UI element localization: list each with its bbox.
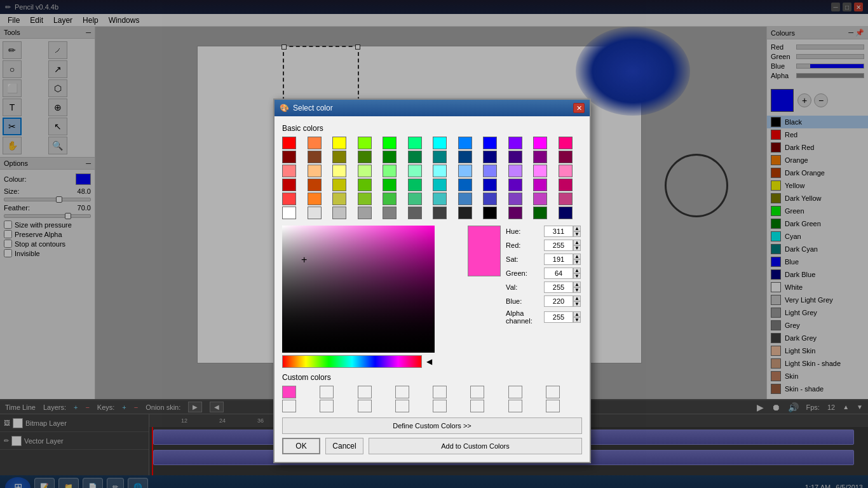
basic-color-48[interactable]	[282, 193, 296, 205]
color-gradient[interactable]: +	[282, 226, 435, 353]
basic-color-45[interactable]	[508, 179, 522, 191]
basic-color-20[interactable]	[483, 151, 497, 163]
basic-color-60[interactable]	[282, 207, 296, 219]
alpha-spin-up[interactable]: ▲	[573, 311, 581, 317]
basic-color-22[interactable]	[533, 151, 547, 163]
custom-color-14[interactable]	[508, 400, 522, 412]
basic-color-69[interactable]	[508, 207, 522, 219]
custom-color-9[interactable]	[320, 400, 334, 412]
basic-color-24[interactable]	[282, 165, 296, 177]
basic-color-29[interactable]	[408, 165, 422, 177]
define-custom-colors-button[interactable]: Define Custom Colors >>	[282, 417, 582, 434]
basic-color-39[interactable]	[358, 179, 372, 191]
basic-color-61[interactable]	[308, 207, 322, 219]
custom-color-15[interactable]	[546, 400, 560, 412]
basic-color-6[interactable]	[433, 137, 447, 149]
custom-color-7[interactable]	[546, 386, 560, 398]
red-spin-up[interactable]: ▲	[573, 240, 581, 245]
basic-color-33[interactable]	[508, 165, 522, 177]
red-spin-down[interactable]: ▼	[573, 245, 581, 251]
basic-color-21[interactable]	[508, 151, 522, 163]
basic-color-32[interactable]	[483, 165, 497, 177]
dialog-close-button[interactable]: ✕	[573, 103, 585, 113]
basic-color-15[interactable]	[358, 151, 372, 163]
basic-color-57[interactable]	[508, 193, 522, 205]
basic-color-62[interactable]	[332, 207, 346, 219]
basic-color-7[interactable]	[458, 137, 472, 149]
basic-color-30[interactable]	[433, 165, 447, 177]
basic-color-0[interactable]	[282, 137, 296, 149]
add-to-custom-colors-button[interactable]: Add to Custom Colors	[369, 438, 582, 454]
custom-color-10[interactable]	[358, 400, 372, 412]
basic-color-44[interactable]	[483, 179, 497, 191]
basic-color-41[interactable]	[408, 179, 422, 191]
basic-color-63[interactable]	[358, 207, 372, 219]
custom-color-8[interactable]	[282, 400, 296, 412]
custom-color-5[interactable]	[470, 386, 484, 398]
val-input[interactable]	[544, 281, 573, 293]
basic-color-36[interactable]	[282, 179, 296, 191]
basic-color-12[interactable]	[282, 151, 296, 163]
alpha-input[interactable]	[544, 311, 573, 323]
basic-color-58[interactable]	[533, 193, 547, 205]
custom-color-12[interactable]	[433, 400, 447, 412]
basic-color-70[interactable]	[533, 207, 547, 219]
basic-color-47[interactable]	[559, 179, 573, 191]
basic-color-49[interactable]	[308, 193, 322, 205]
basic-color-71[interactable]	[559, 207, 573, 219]
basic-color-43[interactable]	[458, 179, 472, 191]
custom-color-4[interactable]	[433, 386, 447, 398]
custom-color-0[interactable]	[282, 386, 296, 398]
basic-color-46[interactable]	[533, 179, 547, 191]
basic-color-13[interactable]	[308, 151, 322, 163]
basic-color-37[interactable]	[308, 179, 322, 191]
custom-color-1[interactable]	[320, 386, 334, 398]
basic-color-9[interactable]	[508, 137, 522, 149]
basic-color-11[interactable]	[559, 137, 573, 149]
blue-spin-down[interactable]: ▼	[573, 301, 581, 307]
basic-color-2[interactable]	[332, 137, 346, 149]
basic-color-64[interactable]	[383, 207, 397, 219]
basic-color-14[interactable]	[332, 151, 346, 163]
hue-input[interactable]	[544, 226, 573, 237]
basic-color-27[interactable]	[358, 165, 372, 177]
basic-color-28[interactable]	[383, 165, 397, 177]
sat-input[interactable]	[544, 254, 573, 265]
basic-color-19[interactable]	[458, 151, 472, 163]
basic-color-35[interactable]	[559, 165, 573, 177]
basic-color-26[interactable]	[332, 165, 346, 177]
basic-color-56[interactable]	[483, 193, 497, 205]
basic-color-65[interactable]	[408, 207, 422, 219]
basic-color-42[interactable]	[433, 179, 447, 191]
val-spin-down[interactable]: ▼	[573, 287, 581, 293]
blue-spin-up[interactable]: ▲	[573, 295, 581, 301]
custom-color-13[interactable]	[470, 400, 484, 412]
basic-color-40[interactable]	[383, 179, 397, 191]
basic-color-53[interactable]	[408, 193, 422, 205]
basic-color-23[interactable]	[559, 151, 573, 163]
green-spin-down[interactable]: ▼	[573, 273, 581, 279]
basic-color-25[interactable]	[308, 165, 322, 177]
basic-color-54[interactable]	[433, 193, 447, 205]
red-input[interactable]	[544, 240, 573, 251]
basic-color-68[interactable]	[483, 207, 497, 219]
basic-color-55[interactable]	[458, 193, 472, 205]
basic-color-50[interactable]	[332, 193, 346, 205]
sat-spin-up[interactable]: ▲	[573, 254, 581, 259]
basic-color-51[interactable]	[358, 193, 372, 205]
basic-color-18[interactable]	[433, 151, 447, 163]
sat-spin-down[interactable]: ▼	[573, 259, 581, 265]
green-spin-up[interactable]: ▲	[573, 268, 581, 273]
hue-spin-up[interactable]: ▲	[573, 226, 581, 231]
basic-color-3[interactable]	[358, 137, 372, 149]
basic-color-34[interactable]	[533, 165, 547, 177]
hue-slider[interactable]	[282, 355, 422, 368]
basic-color-16[interactable]	[383, 151, 397, 163]
basic-color-10[interactable]	[533, 137, 547, 149]
basic-color-38[interactable]	[332, 179, 346, 191]
basic-color-67[interactable]	[458, 207, 472, 219]
basic-color-31[interactable]	[458, 165, 472, 177]
green-input[interactable]	[544, 268, 573, 279]
cancel-button[interactable]: Cancel	[325, 438, 363, 454]
custom-color-6[interactable]	[508, 386, 522, 398]
